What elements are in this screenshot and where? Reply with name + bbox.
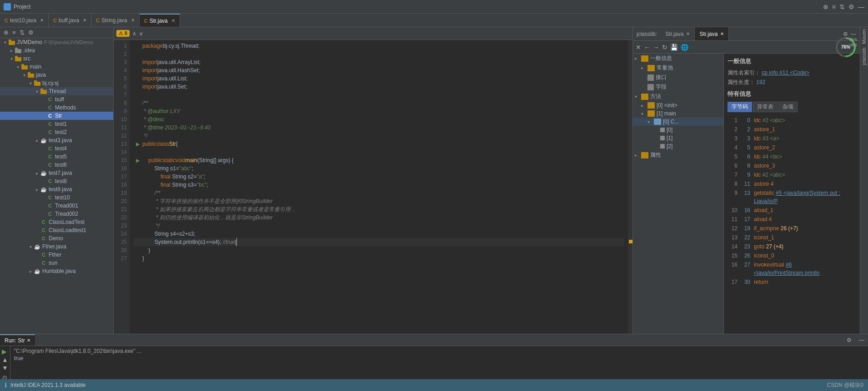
jc-browse-btn[interactable]: 🌐 — [681, 44, 688, 51]
jc-tree-code-2[interactable]: [2] — [633, 142, 723, 150]
jc-tree-main[interactable]: ▾ [1] main — [633, 109, 723, 118]
tree-item-bjcysj[interactable]: ▾ bj.cy.sj — [0, 79, 113, 87]
tree-item-main[interactable]: ▾ main — [0, 63, 113, 71]
jc-tab-strjava1[interactable]: Str.java ✕ — [661, 27, 695, 40]
sidebar-sort-btn[interactable]: ⇅ — [19, 28, 25, 37]
next-warning-btn[interactable]: ∨ — [139, 30, 143, 37]
tree-item-java[interactable]: ▾ java — [0, 71, 113, 79]
tree-item-huntablejava[interactable]: ▸ ☕ Huntable.java — [0, 267, 113, 275]
tree-item-buff[interactable]: C buff — [0, 95, 113, 104]
notif-right[interactable]: CSDN @模块0 — [827, 381, 863, 389]
jc-tab-strjava2[interactable]: Str.java ✕ — [695, 27, 729, 40]
tree-item-demo[interactable]: C Demo — [0, 234, 113, 243]
run-scroll-down-btn[interactable]: ▼ — [2, 364, 8, 371]
sidebar-gear-btn[interactable]: ⚙ — [27, 28, 35, 37]
tab-string[interactable]: C String.java ✕ — [91, 14, 140, 27]
tree-item-src[interactable]: ▾ src — [0, 54, 113, 63]
tree-item-test4[interactable]: C test4 — [0, 144, 113, 153]
jc-tree-constants[interactable]: ▸ 常量池 — [633, 63, 723, 73]
tree-item-jvmdemo[interactable]: ▾ JVMDemo F:\D\jianda\JVMDemo — [0, 38, 113, 46]
jc-forward-btn[interactable]: → — [653, 44, 659, 51]
side-tab-jclasslib[interactable]: jclasslib — [860, 46, 868, 67]
tree-item-test3java[interactable]: ▸ ☕ test3.java — [0, 136, 113, 144]
tree-item-ftherjava[interactable]: ▾ ☕ Fther.java — [0, 243, 113, 251]
jc-tree-generalinfo[interactable]: ▸ 一般信息 — [633, 54, 723, 63]
sidebar-collapse-btn[interactable]: ⊕ — [3, 28, 10, 37]
tab-buff[interactable]: C buff.java ✕ — [49, 14, 91, 27]
jc-tree-code[interactable]: ▾ [0] C... — [633, 118, 723, 126]
code-content[interactable]: package bj.cy.sj.Thread; import java.uti… — [130, 40, 628, 334]
minimize-btn[interactable]: — — [858, 3, 864, 10]
tree-label-huntablejava: Huntable.java — [42, 268, 75, 274]
run-tab[interactable]: Run: Str ✕ — [0, 334, 35, 346]
jc-tab-misc[interactable]: 杂项 — [778, 102, 798, 112]
svg-rect-13 — [40, 89, 43, 90]
tree-item-thread[interactable]: ▾ Thread — [0, 87, 113, 95]
tree-item-test8[interactable]: C test8 — [0, 177, 113, 185]
side-tab-maven[interactable]: Maven — [860, 27, 868, 46]
tree-item-fther[interactable]: C Fther — [0, 251, 113, 259]
tree-item-test7java[interactable]: ▸ ☕ test7.java — [0, 169, 113, 177]
run-tab-close[interactable]: ✕ — [27, 338, 30, 343]
tab-test10-close[interactable]: ✕ — [40, 18, 44, 23]
jc-tree-code-1[interactable]: [1] — [633, 134, 723, 142]
right-panel: jclasslib: Str.java ✕ Str.java ✕ ⚙ — — [632, 27, 860, 334]
tree-item-sun[interactable]: C sun — [0, 259, 113, 267]
jc-tab2-close[interactable]: ✕ — [720, 31, 724, 36]
run-scroll-up-btn[interactable]: ▲ — [2, 356, 8, 363]
title-bar-project: Project — [14, 4, 30, 10]
tree-item-test2[interactable]: C test2 — [0, 128, 113, 136]
svg-rect-1 — [9, 40, 11, 41]
bottom-panel: Run: Str ✕ ⚙ — ▶ ▲ ▼ ⚙ "C:\Program Files… — [0, 334, 868, 379]
bc-row-15: 15 26 iconst_0 — [728, 251, 856, 260]
tree-item-methods[interactable]: C Methods — [0, 104, 113, 112]
tab-str[interactable]: C Str.java ✕ — [140, 14, 180, 27]
tree-item-classloadtest1[interactable]: C ClassLoadtest1 — [0, 226, 113, 234]
sort-btn[interactable]: ⇅ — [839, 3, 845, 10]
run-settings-btn[interactable]: ⚙ — [843, 337, 855, 343]
tab-test10[interactable]: C test10.java ✕ — [0, 14, 49, 27]
jc-tab1-close[interactable]: ✕ — [686, 31, 690, 36]
jc-reload-btn[interactable]: ↻ — [662, 44, 667, 51]
prev-warning-btn[interactable]: ∧ — [132, 30, 136, 37]
jc-tab-exceptions[interactable]: 异常表 — [753, 102, 778, 112]
tree-label-buff: buff — [55, 96, 64, 103]
tree-item-test6[interactable]: C test6 — [0, 161, 113, 169]
jc-tab-bytecode[interactable]: 字节码 — [728, 102, 752, 112]
jc-save-btn[interactable]: 💾 — [670, 44, 678, 51]
tree-item-test10[interactable]: C test10 — [0, 193, 113, 202]
jc-tree-interfaces[interactable]: 接口 — [633, 73, 723, 82]
tree-label-tread001: Tread001 — [55, 203, 78, 209]
tree-item-test1[interactable]: C test1 — [0, 120, 113, 128]
tree-item-tread002[interactable]: C Tread002 — [0, 210, 113, 218]
tree-item-tread001[interactable]: C Tread001 — [0, 202, 113, 210]
tree-item-test5[interactable]: C test5 — [0, 153, 113, 161]
new-file-btn[interactable]: ⊕ — [823, 3, 828, 10]
svg-rect-3 — [15, 48, 18, 49]
run-minimize-btn[interactable]: — — [855, 337, 868, 343]
run-stop-btn[interactable]: ⚙ — [2, 374, 8, 379]
run-play-btn[interactable]: ▶ — [2, 348, 8, 355]
jc-tree-methods[interactable]: ▾ 方法 — [633, 92, 723, 101]
sidebar-expand-btn[interactable]: ≡ — [11, 28, 17, 37]
tab-buff-close[interactable]: ✕ — [83, 18, 86, 23]
jc-tree-attributes[interactable]: ▸ 属性 — [633, 150, 723, 160]
tree-label-fther: Fther — [49, 252, 61, 258]
tree-item-str[interactable]: C Str — [0, 112, 113, 120]
jc-tree-init[interactable]: ▸ [0] <init> — [633, 101, 723, 109]
tab-string-close[interactable]: ✕ — [131, 18, 135, 23]
tree-item-idea[interactable]: ▸ .idea — [0, 46, 113, 54]
jc-prop-attrlen: 属性长度： 192 — [728, 79, 856, 86]
structure-btn[interactable]: ≡ — [832, 3, 836, 10]
tree-item-test9java[interactable]: ▸ ☕ test9.java — [0, 185, 113, 193]
tab-str-close[interactable]: ✕ — [171, 18, 175, 23]
jc-back-btn[interactable]: ← — [644, 44, 650, 51]
jc-tree-label-attributes: 属性 — [650, 151, 661, 159]
jc-tree-fields[interactable]: 字段 — [633, 82, 723, 92]
bc-row-13: 13 22 iconst_1 — [728, 233, 856, 242]
gear-btn[interactable]: ⚙ — [848, 3, 854, 10]
jc-prop-attrname-value[interactable]: cp info #11 <Code> — [762, 69, 809, 76]
jc-close-btn[interactable]: ✕ — [636, 44, 641, 51]
jc-tree-code-0[interactable]: [0] — [633, 126, 723, 134]
tree-item-classloadtest[interactable]: C ClassLoadTest — [0, 218, 113, 226]
